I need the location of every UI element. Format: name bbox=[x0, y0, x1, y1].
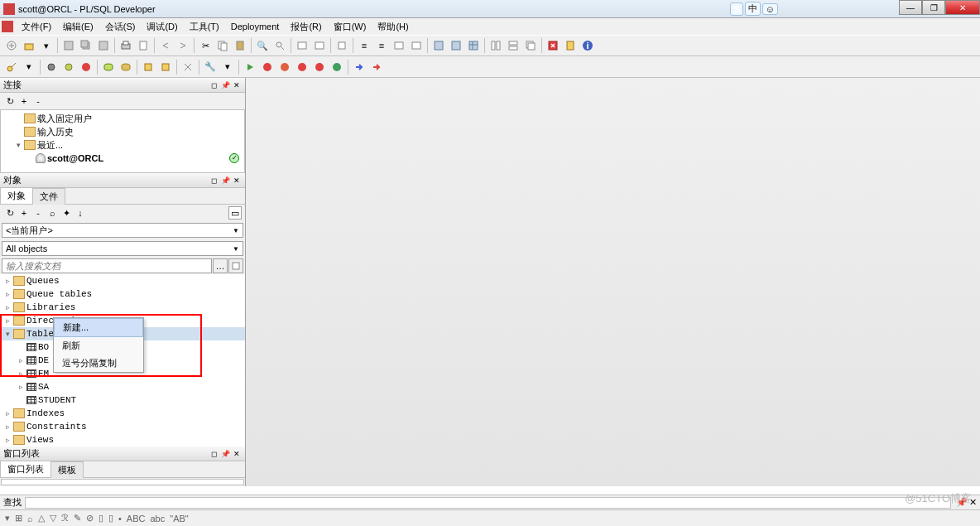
status-item[interactable]: ▾ bbox=[5, 513, 10, 524]
tab-windowlist[interactable]: 窗口列表 bbox=[0, 461, 51, 477]
tree-row[interactable]: STUDENT bbox=[0, 393, 245, 407]
maximize-button[interactable]: ❐ bbox=[922, 0, 945, 15]
objects-header[interactable]: 对象 ◻ 📌 ✕ bbox=[0, 173, 245, 188]
user-combo[interactable]: <当前用户> ▼ bbox=[2, 223, 243, 238]
objects-tree[interactable]: ▹Queues▹Queue tables▹Libraries▹Directori… bbox=[0, 274, 245, 446]
gear-icon[interactable] bbox=[43, 59, 60, 75]
info-icon[interactable]: i bbox=[579, 37, 596, 54]
status-item[interactable]: ✎ bbox=[74, 513, 81, 524]
gear2-icon[interactable] bbox=[60, 59, 77, 75]
next-icon[interactable] bbox=[351, 59, 368, 75]
stop-icon[interactable] bbox=[545, 37, 561, 54]
book-icon[interactable] bbox=[562, 37, 579, 54]
wrench-icon[interactable]: 🔧 bbox=[202, 59, 219, 75]
status-item[interactable]: abc bbox=[150, 514, 165, 524]
panel-pin-icon[interactable]: ◻ bbox=[209, 449, 219, 459]
compile-icon[interactable] bbox=[140, 59, 156, 75]
tree-row[interactable]: scott@ORCL✓ bbox=[2, 152, 243, 165]
cut-icon[interactable]: ✂ bbox=[197, 37, 214, 54]
menu-deployment[interactable]: Deployment bbox=[226, 20, 285, 33]
menu-session[interactable]: 会话(S) bbox=[100, 19, 141, 35]
menu-report[interactable]: 报告(R) bbox=[286, 19, 326, 35]
indent-left-icon[interactable]: ≡ bbox=[356, 37, 372, 54]
obj-add-icon[interactable]: + bbox=[17, 206, 31, 220]
panel-close-icon[interactable]: ✕ bbox=[232, 80, 242, 90]
tree-row[interactable]: ▹Constraints bbox=[0, 420, 245, 433]
uncomment-icon[interactable] bbox=[408, 37, 425, 54]
new-icon[interactable] bbox=[3, 37, 20, 54]
status-item[interactable]: • bbox=[118, 514, 122, 524]
ime-lang[interactable]: 中 bbox=[745, 2, 761, 16]
minimize-button[interactable]: — bbox=[899, 0, 922, 15]
print-icon[interactable] bbox=[118, 37, 134, 54]
tree-row[interactable]: ▹Indexes bbox=[0, 407, 245, 420]
status-item[interactable]: ABC bbox=[127, 514, 146, 524]
panel-pin2-icon[interactable]: 📌 bbox=[220, 449, 230, 459]
cascade-icon[interactable] bbox=[522, 37, 539, 54]
ime-bar[interactable]: S 中 ☺ bbox=[730, 2, 778, 16]
panel-pin2-icon[interactable]: 📌 bbox=[220, 80, 230, 90]
run-icon[interactable] bbox=[242, 59, 258, 75]
findnext-icon[interactable] bbox=[271, 37, 288, 54]
menu-file[interactable]: 文件(F) bbox=[17, 19, 56, 35]
dropdown-icon[interactable]: ▾ bbox=[38, 37, 55, 54]
window3-icon[interactable] bbox=[465, 37, 482, 54]
obj-down-icon[interactable]: ↓ bbox=[74, 206, 87, 220]
status-item[interactable]: ▯ bbox=[108, 513, 113, 524]
break-icon[interactable] bbox=[78, 59, 94, 75]
search-more-button[interactable]: … bbox=[213, 258, 228, 273]
tree-row[interactable]: 载入固定用户 bbox=[2, 112, 243, 125]
assist-icon[interactable] bbox=[334, 37, 350, 54]
search-button[interactable] bbox=[228, 258, 243, 273]
status-item[interactable]: ⊞ bbox=[15, 513, 22, 524]
stepout-icon[interactable] bbox=[311, 59, 328, 75]
tree-row[interactable]: 输入历史 bbox=[2, 125, 243, 138]
commit-icon[interactable] bbox=[100, 59, 117, 75]
t2-icon[interactable] bbox=[311, 37, 328, 54]
conn-remove-icon[interactable]: - bbox=[31, 94, 45, 108]
tab-files[interactable]: 文件 bbox=[32, 188, 65, 205]
pause-icon[interactable] bbox=[259, 59, 276, 75]
tree-row[interactable]: ▹Queues bbox=[0, 274, 245, 287]
paste-icon[interactable] bbox=[232, 37, 248, 54]
conn-refresh-icon[interactable]: ↻ bbox=[3, 94, 17, 108]
find-input[interactable] bbox=[25, 497, 951, 509]
tree-row[interactable]: ▹SA bbox=[0, 380, 245, 393]
panel-pin-icon[interactable]: ◻ bbox=[209, 80, 219, 90]
status-item[interactable]: ℛ bbox=[61, 513, 69, 524]
conn-add-icon[interactable]: + bbox=[17, 94, 31, 108]
tile-v-icon[interactable] bbox=[505, 37, 521, 54]
saveall-icon[interactable] bbox=[78, 37, 94, 54]
stepover-icon[interactable] bbox=[276, 59, 293, 75]
context-menu-item[interactable]: 刷新 bbox=[54, 337, 143, 355]
open-icon[interactable] bbox=[21, 37, 37, 54]
status-item[interactable]: ⌕ bbox=[27, 514, 33, 524]
wrench-drop-icon[interactable]: ▾ bbox=[219, 59, 236, 75]
windowlist-header[interactable]: 窗口列表 ◻ 📌 ✕ bbox=[0, 446, 245, 461]
search-input[interactable] bbox=[2, 258, 212, 273]
status-item[interactable]: ▽ bbox=[50, 513, 56, 524]
menu-window[interactable]: 窗口(W) bbox=[329, 19, 372, 35]
context-menu-item[interactable]: 新建... bbox=[54, 318, 143, 337]
obj-refresh-icon[interactable]: ↻ bbox=[3, 206, 17, 220]
rollback-icon[interactable] bbox=[118, 59, 134, 75]
menu-debug[interactable]: 调试(D) bbox=[142, 19, 182, 35]
tab-template[interactable]: 模板 bbox=[50, 461, 84, 478]
key-icon[interactable] bbox=[3, 59, 20, 75]
tree-row[interactable]: ▹Views bbox=[0, 433, 245, 446]
preview-icon[interactable] bbox=[135, 37, 151, 54]
connections-tree[interactable]: 载入固定用户输入历史▾最近...scott@ORCL✓ bbox=[0, 109, 245, 173]
context-menu-item[interactable]: 逗号分隔复制 bbox=[54, 355, 143, 372]
panel-close-icon[interactable]: ✕ bbox=[232, 449, 242, 459]
compile2-icon[interactable] bbox=[157, 59, 174, 75]
tree-row[interactable]: ▹Libraries bbox=[0, 301, 245, 314]
undo-icon[interactable] bbox=[157, 37, 174, 54]
obj-star-icon[interactable]: ✦ bbox=[60, 206, 73, 220]
key-drop-icon[interactable]: ▾ bbox=[21, 59, 37, 75]
copy-icon[interactable] bbox=[214, 37, 231, 54]
panel-pin2-icon[interactable]: 📌 bbox=[220, 176, 230, 186]
window2-icon[interactable] bbox=[448, 37, 464, 54]
status-item[interactable]: △ bbox=[38, 513, 45, 524]
indent-right-icon[interactable]: ≡ bbox=[373, 37, 390, 54]
find-icon[interactable]: 🔍 bbox=[254, 37, 271, 54]
